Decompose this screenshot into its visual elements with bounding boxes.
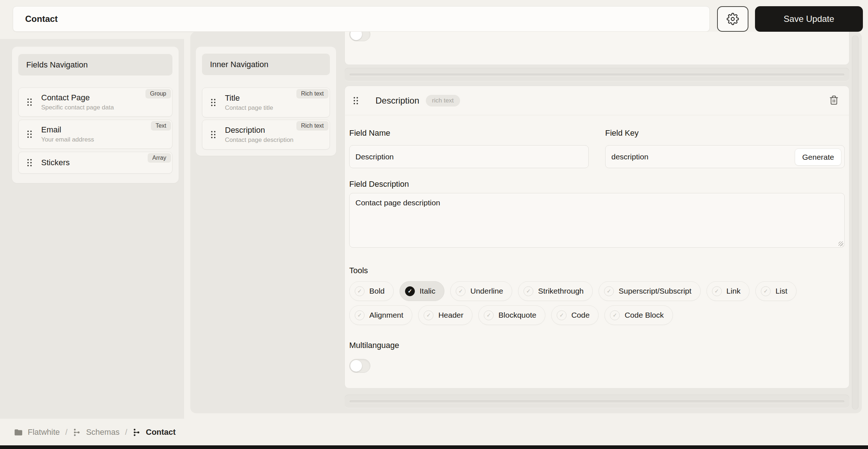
breadcrumb-item-flatwhite[interactable]: Flatwhite: [14, 427, 60, 437]
field-nav-item[interactable]: Email Your email address Text: [18, 120, 172, 149]
field-description-textarea[interactable]: Contact page description: [349, 193, 845, 248]
field-name-label: Field Name: [349, 128, 589, 138]
breadcrumb-label: Flatwhite: [28, 427, 60, 437]
field-nav-item-description: Specific contact page data: [41, 104, 114, 111]
drag-handle-icon[interactable]: [27, 159, 32, 166]
tool-toggle-button[interactable]: ✓ Blockquote: [478, 305, 545, 325]
field-type-badge: Array: [148, 153, 171, 163]
field-nav-item[interactable]: Description Contact page description Ric…: [202, 120, 330, 150]
settings-button[interactable]: [717, 6, 748, 32]
field-nav-item-text: Title Contact page title: [225, 93, 273, 112]
drag-handle-icon[interactable]: [211, 131, 215, 138]
inner-navigation-list: Title Contact page title Rich text Descr…: [202, 88, 330, 150]
fields-navigation-list: Contact Page Specific contact page data …: [18, 88, 172, 174]
tool-label: Link: [727, 287, 741, 295]
field-nav-item-name: Title: [225, 93, 273, 103]
breadcrumb: Flatwhite/ Schemas/ Contact: [0, 419, 868, 446]
multilanguage-toggle[interactable]: [349, 359, 370, 373]
folder-icon: [14, 428, 23, 437]
resize-handle-icon[interactable]: [838, 241, 843, 246]
field-nav-item-text: Email Your email address: [41, 125, 94, 143]
field-type-badge: Rich text: [296, 121, 328, 131]
field-key-input-box: Generate: [605, 145, 845, 168]
scrollbar[interactable]: [852, 35, 859, 410]
schema-icon: [73, 428, 81, 437]
tool-toggle-button[interactable]: ✓ Italic: [400, 281, 444, 301]
tool-label: Code Block: [624, 311, 663, 320]
tool-toggle-button[interactable]: ✓ Code Block: [604, 305, 673, 325]
tool-toggle-button[interactable]: ✓ Link: [707, 281, 750, 301]
field-name-input[interactable]: [350, 146, 588, 168]
schema-icon: [133, 428, 141, 437]
drag-handle-icon[interactable]: [211, 99, 215, 106]
drag-handle-icon[interactable]: [354, 97, 358, 104]
field-key-group: Field Key Generate: [605, 128, 845, 168]
tool-label: Underline: [470, 287, 503, 295]
field-description-label: Field Description: [349, 179, 845, 189]
tools-label: Tools: [349, 266, 845, 275]
tool-toggle-button[interactable]: ✓ Header: [418, 305, 472, 325]
multilanguage-label: Multilanguage: [349, 341, 845, 350]
delete-field-button[interactable]: [828, 94, 840, 108]
field-nav-item-description: Contact page description: [225, 136, 293, 144]
field-nav-item-text: Stickers: [41, 158, 70, 167]
field-nav-item[interactable]: Stickers Array: [18, 152, 172, 174]
drag-handle-icon[interactable]: [27, 98, 32, 106]
field-nav-item-name: Email: [41, 125, 94, 135]
field-nav-item-text: Contact Page Specific contact page data: [41, 93, 114, 111]
tool-toggle-button[interactable]: ✓ Superscript/Subscript: [599, 281, 701, 301]
field-nav-item[interactable]: Title Contact page title Rich text: [202, 88, 330, 117]
window-edge: [0, 445, 868, 449]
check-icon: ✓: [610, 310, 620, 320]
field-nav-item-description: Contact page title: [225, 104, 273, 112]
breadcrumb-item-contact[interactable]: Contact: [133, 427, 176, 437]
check-icon: ✓: [761, 286, 771, 296]
tool-label: Alignment: [369, 311, 403, 320]
save-update-button[interactable]: Save Update: [755, 6, 863, 32]
tool-label: Blockquote: [498, 311, 536, 320]
tool-toggle-button[interactable]: ✓ List: [755, 281, 797, 301]
tool-toggle-button[interactable]: ✓ Strikethrough: [518, 281, 593, 301]
schema-title-value: Contact: [25, 14, 58, 24]
field-key-label: Field Key: [605, 128, 845, 138]
field-nav-item-name: Stickers: [41, 158, 70, 167]
tools-list: ✓ Bold ✓ Italic ✓ Underline ✓ Strikethro…: [349, 281, 845, 325]
tool-label: Header: [438, 311, 463, 320]
field-nav-item-text: Description Contact page description: [225, 125, 293, 144]
check-icon: ✓: [405, 286, 415, 296]
check-icon: ✓: [355, 286, 365, 296]
breadcrumb-separator: /: [125, 427, 127, 437]
check-icon: ✓: [456, 286, 466, 296]
breadcrumb-label: Schemas: [86, 427, 120, 437]
breadcrumb-separator: /: [65, 427, 67, 437]
inner-navigation-card: Inner Navigation Title Contact page titl…: [196, 47, 336, 156]
tool-toggle-button[interactable]: ✓ Alignment: [349, 305, 412, 325]
field-drop-divider[interactable]: [345, 395, 849, 408]
field-nav-item[interactable]: Contact Page Specific contact page data …: [18, 88, 172, 117]
field-description-wrap: Contact page description: [349, 193, 845, 249]
field-name-group: Field Name: [349, 128, 589, 168]
drag-handle-icon[interactable]: [27, 131, 32, 138]
check-icon: ✓: [484, 310, 494, 320]
previous-field-toggle[interactable]: [349, 32, 370, 41]
check-icon: ✓: [523, 286, 533, 296]
field-editor-body: Field Name Field Key Generate Field Desc…: [345, 128, 849, 373]
field-drop-divider[interactable]: [345, 68, 849, 81]
gear-icon: [727, 13, 739, 25]
toggle-knob: [350, 32, 362, 40]
check-icon: ✓: [424, 310, 433, 320]
field-nav-item-name: Description: [225, 125, 293, 135]
field-editor-title: Description: [375, 96, 419, 106]
breadcrumb-item-schemas[interactable]: Schemas: [73, 427, 120, 437]
breadcrumb-label: Contact: [146, 427, 176, 437]
generate-key-button[interactable]: Generate: [795, 148, 841, 166]
tool-toggle-button[interactable]: ✓ Bold: [349, 281, 394, 301]
fields-navigation-header: Fields Navigation: [18, 54, 172, 76]
previous-field-card: [345, 32, 849, 65]
tool-label: Strikethrough: [538, 287, 584, 295]
main-panel: Inner Navigation Title Contact page titl…: [190, 32, 862, 413]
fields-navigation-card: Fields Navigation Contact Page Specific …: [12, 47, 179, 183]
tool-toggle-button[interactable]: ✓ Underline: [450, 281, 512, 301]
schema-title-input[interactable]: Contact: [13, 6, 710, 32]
tool-toggle-button[interactable]: ✓ Code: [551, 305, 599, 325]
